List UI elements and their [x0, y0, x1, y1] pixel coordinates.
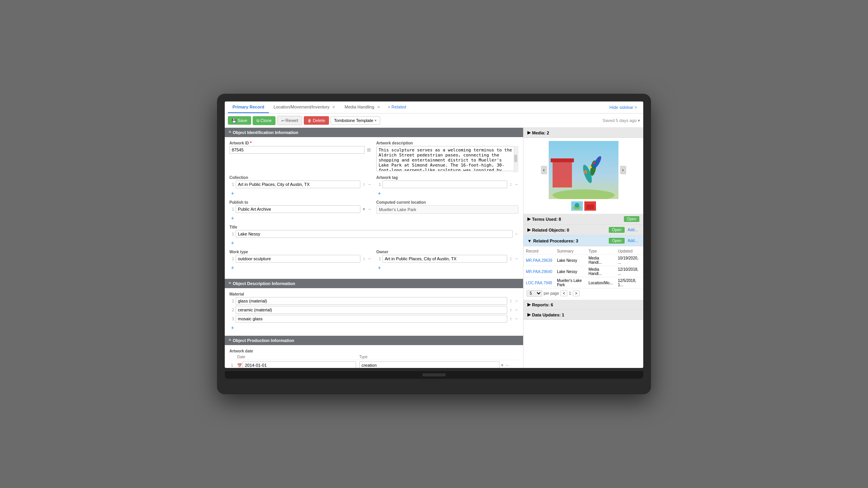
- delete-button[interactable]: Delete: [304, 116, 329, 125]
- triangle-icon-objects: ▶: [527, 227, 530, 232]
- clone-icon: [257, 118, 259, 123]
- material-sort-2[interactable]: ↕: [509, 307, 513, 313]
- triangle-icon-media: ▶: [527, 130, 530, 135]
- data-updates-header[interactable]: ▶ Data Updates: 1: [524, 310, 643, 320]
- floppy-icon: [232, 118, 236, 123]
- owner-sort-btn[interactable]: ↕: [509, 256, 513, 261]
- procedure-record-link-1[interactable]: MR.PAA.29639: [526, 258, 552, 263]
- owner-label: Owner: [376, 250, 518, 254]
- related-objects-open-button[interactable]: Open: [609, 227, 624, 233]
- material-input-1[interactable]: [236, 297, 507, 305]
- pagination-next-btn[interactable]: >: [573, 290, 580, 296]
- owner-row: 1 ↕ −: [376, 255, 518, 263]
- title-remove-btn[interactable]: −: [514, 231, 518, 237]
- tombstone-template-dropdown[interactable]: Tombstone Template ▾: [331, 116, 380, 125]
- svg-point-8: [589, 166, 592, 168]
- material-sort-1[interactable]: ↕: [509, 298, 513, 304]
- calendar-icon: 📅: [237, 363, 242, 368]
- related-procedures-open-button[interactable]: Open: [609, 238, 624, 244]
- col-type: Type: [586, 248, 616, 255]
- material-remove-3[interactable]: −: [514, 316, 518, 321]
- artwork-id-action-btn[interactable]: ⊞: [366, 147, 372, 153]
- artwork-tag-sort-btn[interactable]: ↕: [509, 182, 513, 187]
- publish-to-remove-btn[interactable]: −: [367, 206, 372, 212]
- reports-header[interactable]: ▶ Reports: 6: [524, 300, 643, 310]
- artwork-description-label: Artwork description: [376, 141, 518, 145]
- artwork-tag-remove-btn[interactable]: −: [514, 182, 518, 187]
- media-section-header[interactable]: ▶ Media: 2: [524, 128, 643, 138]
- related-objects-add-button[interactable]: Add...: [626, 227, 639, 233]
- artwork-tag-input[interactable]: [382, 180, 507, 188]
- per-page-select[interactable]: 5 10 25: [527, 290, 542, 297]
- publish-to-dropdown-btn[interactable]: ▾: [362, 206, 366, 212]
- computed-location-value: Mueller's Lake Park: [376, 205, 518, 214]
- work-type-add-btn[interactable]: +: [229, 264, 236, 271]
- artwork-description-textarea[interactable]: This sculpture serves as a welcoming ter…: [376, 146, 518, 171]
- publish-to-add-btn[interactable]: +: [229, 214, 236, 222]
- artwork-tag-label: Artwork tag: [376, 175, 518, 180]
- date-type-dropdown-btn[interactable]: ▾: [500, 363, 504, 368]
- material-sort-3[interactable]: ↕: [509, 316, 513, 321]
- procedure-updated-3: 12/5/2018, 1...: [616, 277, 644, 289]
- material-input-2[interactable]: [236, 306, 507, 314]
- collection-input[interactable]: [236, 180, 360, 188]
- close-location-tab[interactable]: ✕: [332, 105, 335, 109]
- procedure-record-link-2[interactable]: MR.PAA.29640: [526, 270, 552, 274]
- triangle-icon-reports: ▶: [527, 302, 530, 307]
- media-thumb-2[interactable]: [584, 201, 596, 211]
- content-area: ^ Object Identification Information Artw…: [225, 128, 523, 368]
- clone-button[interactable]: Clone: [253, 116, 276, 125]
- owner-add-btn[interactable]: +: [376, 264, 382, 271]
- object-production-header[interactable]: ^ Object Production Information: [225, 336, 523, 345]
- media-thumb-1[interactable]: [571, 201, 583, 211]
- pagination-prev-btn[interactable]: <: [560, 290, 567, 296]
- material-remove-1[interactable]: −: [514, 298, 518, 304]
- tab-location[interactable]: Location/Movement/Inventory ✕: [269, 101, 340, 113]
- owner-input[interactable]: [382, 255, 507, 263]
- save-button[interactable]: Save: [228, 116, 251, 125]
- artwork-id-input[interactable]: [229, 146, 365, 154]
- publish-to-input[interactable]: [236, 205, 360, 213]
- collection-remove-btn[interactable]: −: [367, 182, 372, 187]
- work-type-remove-btn[interactable]: −: [367, 256, 372, 261]
- date-remove-btn[interactable]: −: [505, 363, 509, 368]
- revert-button[interactable]: Revert: [277, 116, 302, 125]
- material-input-3[interactable]: [236, 315, 507, 323]
- col-updated: Updated: [616, 248, 644, 255]
- collection-sort-btn[interactable]: ↕: [362, 182, 366, 187]
- material-remove-2[interactable]: −: [514, 307, 518, 313]
- tab-related[interactable]: + Related: [385, 101, 409, 113]
- media-section: ‹: [524, 138, 643, 214]
- object-identification-header[interactable]: ^ Object Identification Information: [225, 128, 523, 137]
- work-type-input[interactable]: [236, 255, 360, 263]
- date-input[interactable]: [243, 361, 356, 368]
- date-type-input[interactable]: [359, 361, 499, 368]
- related-procedures-header[interactable]: ▼ Related Procedures: 3 Open Add...: [524, 235, 643, 246]
- artwork-id-label: Artwork ID *: [229, 141, 372, 145]
- hide-sidebar-button[interactable]: Hide sidebar >: [606, 102, 640, 113]
- collection-add-btn[interactable]: +: [229, 189, 236, 197]
- procedure-record-link-3[interactable]: LOC.PAA.7948: [526, 281, 552, 285]
- title-input[interactable]: [236, 230, 513, 238]
- media-next-btn[interactable]: ›: [620, 166, 626, 174]
- per-page-label: per page: [544, 291, 559, 296]
- procedure-row-1: MR.PAA.29639 Lake Nessy Media Handl... 1…: [524, 255, 643, 266]
- revert-icon: [281, 118, 284, 123]
- tab-primary[interactable]: Primary Record: [228, 101, 269, 113]
- artwork-tag-add-btn[interactable]: +: [376, 189, 382, 197]
- material-add-btn[interactable]: +: [229, 324, 236, 332]
- object-description-header[interactable]: ^ Object Description Information: [225, 279, 523, 288]
- material-label: Material: [229, 292, 518, 296]
- related-procedures-add-button[interactable]: Add...: [626, 238, 639, 244]
- terms-used-header[interactable]: ▶ Terms Used: 8 Open: [524, 214, 643, 225]
- close-media-tab[interactable]: ✕: [377, 105, 380, 109]
- title-add-btn[interactable]: +: [229, 239, 236, 247]
- collection-label: Collection: [229, 175, 372, 180]
- procedure-updated-1: 10/19/2020, ...: [616, 255, 644, 266]
- owner-remove-btn[interactable]: −: [514, 256, 518, 261]
- terms-open-button[interactable]: Open: [624, 216, 639, 222]
- media-prev-btn[interactable]: ‹: [541, 166, 547, 174]
- tab-media[interactable]: Media Handling ✕: [340, 101, 385, 113]
- work-type-sort-btn[interactable]: ↕: [362, 256, 366, 261]
- related-objects-header[interactable]: ▶ Related Objects: 0 Open Add...: [524, 225, 643, 235]
